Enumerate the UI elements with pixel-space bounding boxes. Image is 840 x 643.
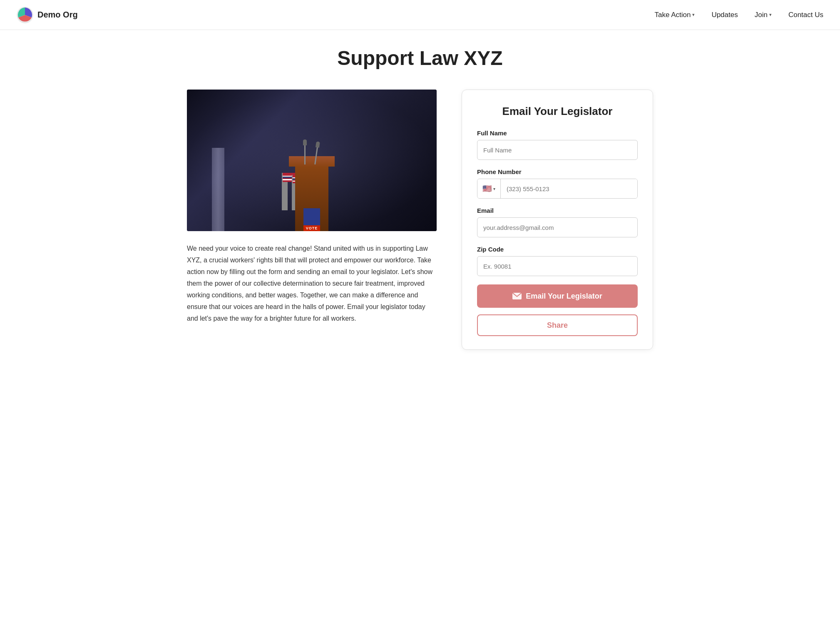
zip-input[interactable] (477, 256, 638, 276)
email-icon (512, 293, 522, 299)
form-card: Email Your Legislator Full Name Phone Nu… (462, 90, 653, 350)
share-button[interactable]: Share (477, 314, 638, 336)
flag-icon: 🇺🇸 (482, 184, 492, 193)
join-caret-icon: ▾ (769, 12, 772, 17)
phone-group: Phone Number 🇺🇸 ▾ (477, 168, 638, 199)
take-action-caret-icon: ▾ (692, 12, 695, 17)
nav-join[interactable]: Join ▾ (755, 11, 772, 19)
full-name-input[interactable] (477, 140, 638, 160)
right-column: Email Your Legislator Full Name Phone Nu… (462, 90, 653, 350)
share-label: Share (547, 321, 568, 329)
hero-image (187, 90, 437, 231)
submit-button[interactable]: Email Your Legislator (477, 284, 638, 308)
phone-caret-icon: ▾ (493, 187, 495, 191)
nav-contact-us[interactable]: Contact Us (788, 11, 823, 19)
two-column-layout: We need your voice to create real change… (187, 90, 653, 350)
full-name-group: Full Name (477, 130, 638, 160)
submit-label: Email Your Legislator (526, 292, 602, 301)
navbar: Demo Org Take Action ▾ Updates Join ▾ Co… (0, 0, 840, 30)
zip-group: Zip Code (477, 246, 638, 276)
logo-text: Demo Org (37, 10, 78, 20)
body-text: We need your voice to create real change… (187, 243, 437, 324)
phone-label: Phone Number (477, 168, 638, 175)
left-column: We need your voice to create real change… (187, 90, 437, 324)
phone-country-selector[interactable]: 🇺🇸 ▾ (477, 179, 501, 198)
logo-icon (17, 7, 33, 23)
zip-label: Zip Code (477, 246, 638, 253)
email-label: Email (477, 207, 638, 214)
nav-links: Take Action ▾ Updates Join ▾ Contact Us (654, 11, 823, 19)
email-input[interactable] (477, 217, 638, 237)
main-content: Support Law XYZ We need your voice to cr… (170, 30, 670, 366)
phone-input[interactable] (501, 179, 637, 198)
form-title: Email Your Legislator (477, 105, 638, 118)
nav-take-action[interactable]: Take Action ▾ (654, 11, 695, 19)
email-group: Email (477, 207, 638, 237)
page-title: Support Law XYZ (187, 47, 653, 70)
logo[interactable]: Demo Org (17, 7, 78, 23)
full-name-label: Full Name (477, 130, 638, 137)
nav-updates[interactable]: Updates (711, 11, 738, 19)
phone-row: 🇺🇸 ▾ (477, 179, 638, 199)
